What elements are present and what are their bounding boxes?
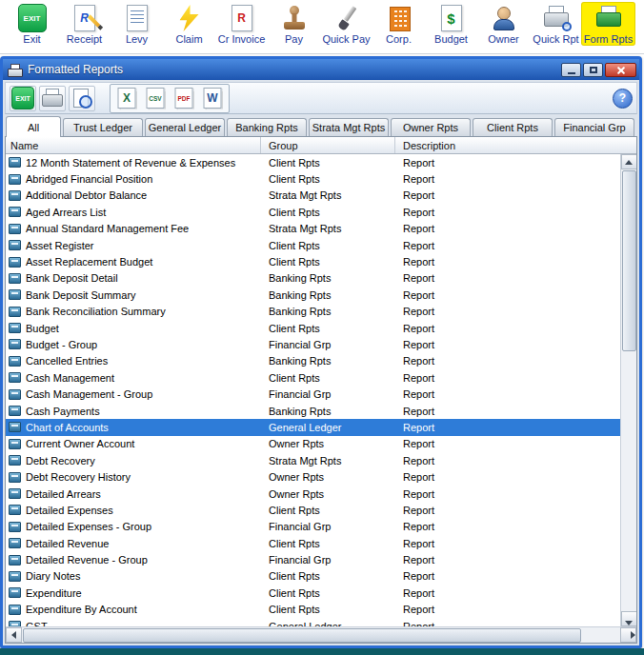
toolbar-button-cr-invoice[interactable]: R Cr Invoice <box>215 3 268 45</box>
table-row[interactable]: Current Owner Account Owner Rpts Report <box>6 436 620 452</box>
table-row[interactable]: Detailed Revenue Client Rpts Report <box>6 535 620 551</box>
table-row[interactable]: Cash Payments Banking Rpts Report <box>6 403 620 419</box>
toolbar-button-label: Budget <box>434 33 468 45</box>
toolbar-button-budget[interactable]: $ Budget <box>425 3 477 45</box>
report-description: Report <box>395 538 620 549</box>
export-pdf-button[interactable]: PDF <box>171 86 197 111</box>
table-row[interactable]: Debt Recovery Strata Mgt Rpts Report <box>6 452 620 468</box>
report-icon <box>9 439 21 449</box>
report-group: Client Rpts <box>261 323 395 334</box>
report-icon <box>9 207 21 217</box>
toolbar-button-quick-pay[interactable]: Quick Pay <box>320 3 372 45</box>
table-header: Name Group Description <box>6 137 636 154</box>
report-group: Banking Rpts <box>261 355 395 367</box>
table-row[interactable]: Bank Deposit Detail Banking Rpts Report <box>6 270 620 287</box>
toolbar-button-label: Cr Invoice <box>218 33 266 45</box>
toolbar-button-levy[interactable]: Levy <box>111 3 163 45</box>
report-group: Client Rpts <box>261 538 395 549</box>
table-row[interactable]: Detailed Revenue - Group Financial Grp R… <box>6 551 620 567</box>
table-row[interactable]: Asset Register Client Rpts Report <box>6 237 620 253</box>
table-row[interactable]: 12 Month Statement of Revenue & Expenses… <box>6 154 620 170</box>
scroll-down-button[interactable] <box>621 611 637 626</box>
report-name: Cash Management <box>26 372 114 384</box>
tab-owner-rpts[interactable]: Owner Rpts <box>391 118 471 136</box>
table-row[interactable]: Debt Recovery History Owner Rpts Report <box>6 468 620 485</box>
table-row[interactable]: Asset Replacement Budget Client Rpts Rep… <box>6 253 620 269</box>
export-csv-button[interactable]: CSV <box>142 86 169 111</box>
table-row[interactable]: Annual Standard Management Fee Strata Mg… <box>6 221 620 237</box>
export-excel-button[interactable]: X <box>113 86 140 111</box>
report-name: Abridged Financial Position <box>26 173 152 185</box>
report-icon <box>9 339 21 349</box>
table-row[interactable]: Detailed Expenses Client Rpts Report <box>6 502 620 518</box>
vertical-scrollbar[interactable] <box>620 154 636 626</box>
arrow-up-icon <box>625 160 633 165</box>
report-name: Detailed Expenses <box>26 505 113 516</box>
scroll-up-button[interactable] <box>621 154 637 169</box>
vertical-scroll-thumb[interactable] <box>622 170 636 351</box>
dialog-titlebar[interactable]: Formatted Reports <box>3 59 639 80</box>
quick-rpt-icon <box>541 4 572 32</box>
report-description: Report <box>395 406 620 417</box>
tab-strata-mgt-rpts[interactable]: Strata Mgt Rpts <box>309 118 389 136</box>
report-name: Bank Deposit Summary <box>26 289 136 301</box>
toolbar-button-exit[interactable]: EXIT Exit <box>6 3 58 45</box>
toolbar-button-label: Receipt <box>67 33 102 45</box>
tab-trust-ledger[interactable]: Trust Ledger <box>63 118 143 136</box>
table-row[interactable]: Cash Management Client Rpts Report <box>6 369 620 386</box>
report-name: Aged Arrears List <box>26 207 106 218</box>
table-row[interactable]: Abridged Financial Position Client Rpts … <box>6 170 620 187</box>
scroll-left-button[interactable] <box>6 627 22 643</box>
table-row[interactable]: Bank Reconciliation Summary Banking Rpts… <box>6 304 620 320</box>
report-group: Financial Grp <box>261 388 395 400</box>
tab-label: Trust Ledger <box>73 122 132 133</box>
report-group: Strata Mgt Rpts <box>261 223 395 234</box>
close-button[interactable] <box>605 63 636 77</box>
tab-client-rpts[interactable]: Client Rpts <box>473 118 553 136</box>
table-row[interactable]: Diary Notes Client Rpts Report <box>6 568 620 585</box>
tab-financial-grp[interactable]: Financial Grp <box>554 118 634 136</box>
table-row[interactable]: Cancelled Entries Banking Rpts Report <box>6 353 620 369</box>
tab-general-ledger[interactable]: General Ledger <box>145 118 225 136</box>
tab-all[interactable]: All <box>6 116 61 137</box>
print-button[interactable] <box>39 86 66 111</box>
horizontal-scrollbar[interactable] <box>6 626 636 643</box>
toolbar-button-receipt[interactable]: R Receipt <box>58 3 111 45</box>
column-header-group[interactable]: Group <box>261 137 395 153</box>
table-row[interactable]: Additional Debtor Balance Strata Mgt Rpt… <box>6 188 620 204</box>
toolbar-button-corp[interactable]: Corp. <box>372 3 425 45</box>
table-row[interactable]: GST General Ledger Report <box>6 618 620 626</box>
export-word-button[interactable]: W <box>199 86 226 111</box>
scroll-right-button[interactable] <box>620 627 636 643</box>
report-group: Banking Rpts <box>261 289 395 301</box>
toolbar-button-claim[interactable]: Claim <box>163 3 215 45</box>
toolbar-button-quick-rpt[interactable]: Quick Rpt <box>530 3 582 45</box>
report-description: Report <box>395 388 620 400</box>
exit-button[interactable]: EXIT <box>10 86 36 111</box>
maximize-button[interactable] <box>583 63 603 77</box>
minimize-button[interactable] <box>561 63 581 77</box>
table-row[interactable]: Aged Arrears List Client Rpts Report <box>6 204 620 220</box>
toolbar-button-form-rpts[interactable]: Form Rpts <box>582 3 634 45</box>
column-header-description[interactable]: Description <box>395 137 636 153</box>
report-group: General Ledger <box>261 621 395 626</box>
column-header-name[interactable]: Name <box>6 137 261 153</box>
toolbar-button-owner[interactable]: Owner <box>477 3 530 45</box>
report-icon <box>9 587 21 598</box>
report-name: Diary Notes <box>26 570 80 582</box>
tab-banking-rpts[interactable]: Banking Rpts <box>227 118 307 136</box>
table-row[interactable]: Chart of Accounts General Ledger Report <box>6 419 620 435</box>
table-row[interactable]: Budget - Group Financial Grp Report <box>6 336 620 352</box>
toolbar-button-pay[interactable]: Pay <box>268 3 320 45</box>
horizontal-scroll-thumb[interactable] <box>23 628 581 643</box>
table-row[interactable]: Detailed Expenses - Group Financial Grp … <box>6 519 620 535</box>
table-row[interactable]: Budget Client Rpts Report <box>6 320 620 336</box>
table-row[interactable]: Bank Deposit Summary Banking Rpts Report <box>6 287 620 303</box>
table-row[interactable]: Detailed Arrears Owner Rpts Report <box>6 486 620 502</box>
table-row[interactable]: Cash Management - Group Financial Grp Re… <box>6 386 620 402</box>
help-button[interactable]: ? <box>613 89 633 109</box>
report-icon <box>9 240 21 250</box>
table-row[interactable]: Expenditure Client Rpts Report <box>6 585 620 601</box>
table-row[interactable]: Expenditure By Account Client Rpts Repor… <box>6 602 620 618</box>
print-preview-button[interactable] <box>69 86 95 111</box>
